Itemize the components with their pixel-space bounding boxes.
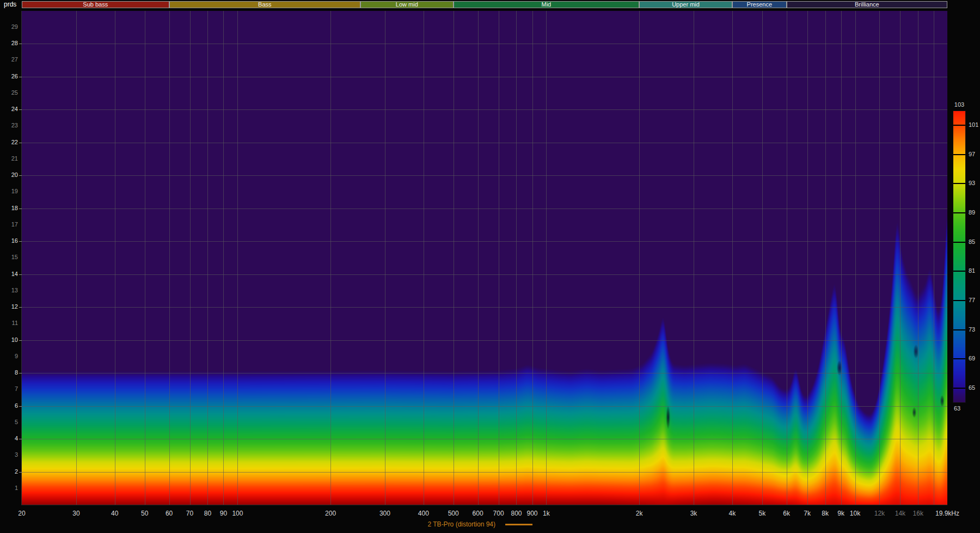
y-tick-label: 1 — [1, 485, 18, 491]
x-tick-label: 20 — [18, 510, 25, 517]
y-tick-mark — [19, 373, 22, 373]
y-tick-label: 15 — [1, 254, 18, 260]
x-tick-label: 16k — [913, 510, 923, 517]
colorbar-tick-label: 65 — [969, 384, 975, 391]
x-tick-label: 9k — [837, 510, 844, 517]
x-tick-label: 1k — [543, 510, 550, 517]
y-tick-mark — [19, 307, 22, 308]
y-tick-label: 10 — [1, 336, 18, 343]
band-segment-brilliance: Brilliance — [787, 1, 947, 8]
y-tick-label: 29 — [1, 23, 18, 30]
y-tick-mark — [19, 406, 22, 407]
y-tick-label: 9 — [1, 353, 18, 359]
x-tick-label: 19.9kHz — [935, 510, 959, 517]
legend-label[interactable]: 2 TB-Pro (distortion 94) — [327, 520, 495, 528]
x-tick-label: 6k — [783, 510, 790, 517]
y-tick-label: 20 — [1, 171, 18, 178]
y-tick-mark — [19, 340, 22, 341]
x-tick-label: 300 — [379, 510, 390, 517]
x-tick-label: 800 — [511, 510, 522, 517]
colorbar-tick-label: 77 — [969, 297, 975, 303]
x-tick-label: 30 — [72, 510, 79, 517]
colorbar-tick-label: 85 — [969, 238, 975, 245]
y-tick-label: 11 — [1, 320, 18, 326]
y-tick-label: 21 — [1, 155, 18, 162]
x-tick-label: 2k — [636, 510, 643, 517]
x-tick-label: 10k — [850, 510, 860, 517]
y-tick-label: 19 — [1, 188, 18, 194]
colorbar-min-label: 63 — [951, 405, 964, 412]
band-label: Mid — [542, 2, 552, 8]
y-tick-label: 24 — [1, 106, 18, 112]
band-label: Presence — [747, 2, 772, 8]
y-tick-label: 18 — [1, 205, 18, 211]
y-tick-label: 5 — [1, 419, 18, 425]
band-label: Bass — [258, 2, 271, 8]
y-tick-label: 3 — [1, 451, 18, 458]
y-tick-label: 8 — [1, 369, 18, 376]
band-segment-mid: Mid — [454, 1, 639, 8]
x-tick-label: 90 — [220, 510, 227, 517]
y-tick-mark — [19, 175, 22, 176]
y-tick-label: 28 — [1, 40, 18, 46]
y-tick-label: 27 — [1, 56, 18, 63]
legend: 2 TB-Pro (distortion 94) — [0, 518, 980, 531]
x-tick-label: 80 — [204, 510, 211, 517]
y-tick-label: 16 — [1, 237, 18, 244]
y-tick-label: 2 — [1, 468, 18, 475]
colorbar — [953, 111, 966, 403]
y-tick-label: 13 — [1, 287, 18, 293]
x-tick-label: 7k — [804, 510, 811, 517]
x-tick-label: 60 — [166, 510, 173, 517]
y-tick-label: 17 — [1, 221, 18, 228]
x-tick-label: 50 — [141, 510, 148, 517]
x-tick-label: 100 — [232, 510, 243, 517]
x-tick-label: 14k — [895, 510, 905, 517]
y-tick-label: 23 — [1, 122, 18, 128]
band-label: Sub bass — [83, 2, 108, 8]
band-label: Brilliance — [855, 2, 879, 8]
band-label: Low mid — [396, 2, 418, 8]
y-tick-label: 6 — [1, 402, 18, 409]
band-segment-presence: Presence — [732, 1, 787, 8]
x-tick-label: 40 — [111, 510, 118, 517]
y-tick-mark — [19, 439, 22, 439]
y-tick-label: 12 — [1, 303, 18, 310]
y-tick-mark — [19, 472, 22, 473]
y-axis-title: prds — [4, 1, 16, 8]
x-tick-label: 500 — [448, 510, 459, 517]
band-segment-low-mid: Low mid — [360, 1, 454, 8]
y-tick-mark — [19, 143, 22, 143]
band-segment-sub-bass: Sub bass — [22, 1, 169, 8]
x-tick-label: 12k — [874, 510, 885, 517]
colorbar-max-label: 103 — [952, 101, 967, 108]
y-tick-mark — [19, 241, 22, 242]
colorbar-tick-label: 81 — [969, 267, 975, 274]
colorbar-tick-label: 73 — [969, 326, 975, 333]
y-tick-mark — [19, 274, 22, 275]
y-tick-label: 26 — [1, 73, 18, 79]
x-tick-label: 700 — [493, 510, 504, 517]
x-tick-label: 900 — [526, 510, 537, 517]
colorbar-tick-label: 97 — [969, 151, 975, 157]
y-tick-mark — [19, 109, 22, 110]
x-tick-label: 8k — [822, 510, 829, 517]
y-tick-mark — [19, 44, 22, 44]
x-tick-label: 600 — [473, 510, 483, 517]
legend-line-swatch — [505, 524, 532, 525]
colorbar-tick-label: 69 — [969, 355, 975, 362]
x-tick-label: 5k — [758, 510, 765, 517]
y-tick-label: 14 — [1, 271, 18, 277]
y-tick-label: 22 — [1, 139, 18, 145]
x-tick-label: 70 — [186, 510, 193, 517]
band-segment-upper-mid: Upper mid — [639, 1, 732, 8]
x-tick-label: 3k — [690, 510, 697, 517]
x-tick-label: 4k — [729, 510, 736, 517]
y-tick-label: 4 — [1, 435, 18, 442]
x-tick-label: 200 — [325, 510, 336, 517]
y-tick-mark — [19, 77, 22, 77]
spectrogram-plot[interactable] — [21, 11, 947, 505]
colorbar-tick-label: 101 — [969, 121, 978, 128]
y-tick-label: 25 — [1, 89, 18, 96]
colorbar-tick-label: 93 — [969, 180, 975, 186]
